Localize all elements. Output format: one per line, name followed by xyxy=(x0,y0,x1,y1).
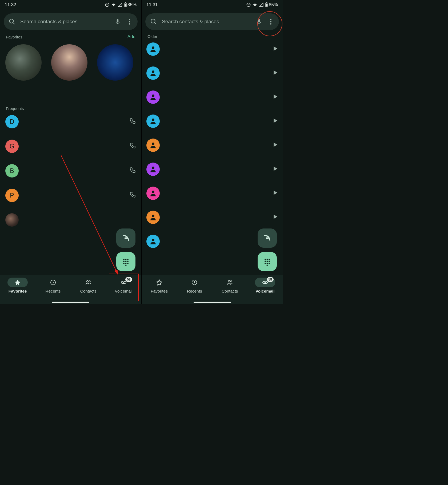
voicemail-badge: 58 xyxy=(125,277,132,282)
play-icon[interactable] xyxy=(273,46,278,52)
favorite-avatar[interactable] xyxy=(97,44,133,81)
call-icon[interactable] xyxy=(129,142,136,150)
play-icon[interactable] xyxy=(273,94,278,100)
video-call-fab[interactable] xyxy=(258,228,277,248)
mic-icon[interactable] xyxy=(255,18,262,25)
svg-point-44 xyxy=(152,167,154,169)
svg-rect-52 xyxy=(266,238,268,239)
call-icon[interactable] xyxy=(129,167,136,175)
svg-point-15 xyxy=(123,263,125,264)
voicemail-item[interactable] xyxy=(146,139,278,152)
svg-rect-3 xyxy=(125,2,126,3)
frequent-item[interactable] xyxy=(5,213,136,227)
voicemail-item[interactable] xyxy=(146,90,278,104)
status-icons: 85% xyxy=(105,2,137,7)
play-icon[interactable] xyxy=(273,118,278,124)
frequent-item[interactable]: B xyxy=(5,164,136,178)
nav-contacts[interactable]: Contacts xyxy=(212,278,247,304)
search-bar[interactable]: Search contacts & places xyxy=(4,13,138,30)
search-bar[interactable]: Search contacts & places xyxy=(145,13,279,30)
svg-marker-39 xyxy=(274,95,277,98)
frequent-item[interactable]: P xyxy=(5,189,136,202)
voicemail-item[interactable] xyxy=(146,187,278,200)
status-bar: 11:31 85% xyxy=(142,0,283,10)
svg-marker-35 xyxy=(274,47,277,50)
dnd-icon xyxy=(105,2,110,7)
play-icon[interactable] xyxy=(273,142,278,148)
frequent-item[interactable]: D xyxy=(5,115,136,128)
svg-point-56 xyxy=(265,261,266,262)
clock-icon xyxy=(50,279,56,286)
play-icon[interactable] xyxy=(273,190,278,196)
contact-avatar xyxy=(146,115,160,128)
svg-point-62 xyxy=(267,265,268,266)
overflow-menu-icon[interactable] xyxy=(267,19,274,25)
nav-contacts[interactable]: Contacts xyxy=(71,278,106,304)
contact-letter-avatar: P xyxy=(5,189,19,202)
mic-icon[interactable] xyxy=(114,18,121,25)
contact-avatar xyxy=(146,235,160,248)
frequent-item[interactable]: G xyxy=(5,140,136,153)
dialpad-fab[interactable] xyxy=(258,252,277,271)
call-icon[interactable] xyxy=(129,118,136,126)
play-icon[interactable] xyxy=(273,166,278,172)
nav-voicemail[interactable]: 58 Voicemail xyxy=(247,278,283,304)
favorite-avatar[interactable] xyxy=(5,44,42,81)
play-icon[interactable] xyxy=(273,214,278,220)
nav-favorites[interactable]: Favorites xyxy=(142,278,177,304)
nav-recents[interactable]: Recents xyxy=(35,278,71,304)
svg-point-10 xyxy=(125,259,127,260)
svg-point-58 xyxy=(269,261,270,262)
nav-label: Voicemail xyxy=(255,289,274,294)
dnd-icon xyxy=(246,2,251,7)
nav-favorites[interactable]: Favorites xyxy=(0,278,35,304)
nav-label: Favorites xyxy=(9,289,27,294)
add-favorite-button[interactable]: Add xyxy=(127,34,135,40)
video-call-fab[interactable] xyxy=(116,228,135,248)
svg-point-20 xyxy=(87,281,88,282)
play-icon[interactable] xyxy=(273,70,278,76)
svg-point-18 xyxy=(125,265,127,266)
dialpad-fab[interactable] xyxy=(116,252,135,271)
nav-label: Voicemail xyxy=(115,289,133,294)
svg-marker-43 xyxy=(274,143,277,146)
voicemail-item[interactable] xyxy=(146,66,278,80)
home-indicator[interactable] xyxy=(194,302,231,303)
people-icon xyxy=(85,279,91,286)
svg-rect-30 xyxy=(266,4,267,7)
status-time: 11:32 xyxy=(5,2,16,7)
wifi-icon xyxy=(111,2,116,7)
wifi-icon xyxy=(253,2,257,7)
nav-voicemail[interactable]: 58 Voicemail xyxy=(106,278,142,304)
voicemail-item[interactable] xyxy=(146,42,278,56)
star-icon xyxy=(156,279,162,286)
contact-avatar xyxy=(146,211,160,224)
contact-avatar xyxy=(146,66,160,80)
battery-percent: 85% xyxy=(127,2,137,7)
nav-recents[interactable]: Recents xyxy=(177,278,212,304)
svg-rect-7 xyxy=(117,19,119,22)
frequents-heading: Frequents xyxy=(6,106,24,111)
svg-point-50 xyxy=(152,239,154,241)
svg-point-42 xyxy=(152,143,154,145)
favorite-avatar[interactable] xyxy=(51,44,87,81)
svg-rect-8 xyxy=(125,238,127,239)
overflow-menu-icon[interactable] xyxy=(126,19,133,25)
voicemail-item[interactable] xyxy=(146,115,278,128)
favorites-heading: Favorites xyxy=(6,35,22,39)
status-icons: 85% xyxy=(246,2,278,7)
contact-letter-avatar: G xyxy=(5,140,19,153)
svg-point-12 xyxy=(123,261,125,262)
svg-point-23 xyxy=(124,281,126,283)
star-icon xyxy=(14,279,21,286)
voicemail-item[interactable] xyxy=(146,211,278,224)
svg-point-66 xyxy=(263,281,265,283)
svg-point-60 xyxy=(267,263,268,264)
call-icon[interactable] xyxy=(129,191,136,199)
video-icon xyxy=(263,234,271,242)
svg-point-55 xyxy=(269,259,270,260)
voicemail-item[interactable] xyxy=(146,163,278,176)
home-indicator[interactable] xyxy=(52,302,89,303)
older-heading: Older xyxy=(147,34,157,39)
signal-icon xyxy=(118,2,122,7)
